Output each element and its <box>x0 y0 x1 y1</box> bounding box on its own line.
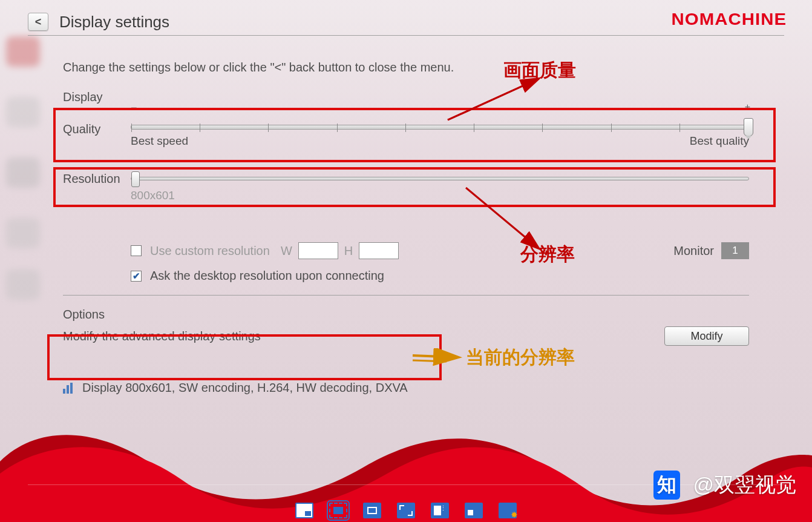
fullscreen-icon[interactable] <box>363 503 381 518</box>
resolution-slider[interactable] <box>131 177 749 180</box>
intro-text: Change the settings below or click the "… <box>63 61 749 74</box>
display-settings-icon[interactable] <box>499 503 517 518</box>
custom-resolution-label: Use custom resolution <box>150 244 270 258</box>
minus-icon: − <box>131 102 137 114</box>
resolution-label: Resolution <box>63 172 131 186</box>
quality-label: Quality <box>63 122 131 136</box>
zhihu-logo-icon: 知 <box>650 469 683 501</box>
chevron-left-icon: < <box>35 16 42 28</box>
background-blur <box>0 30 42 333</box>
ask-resolution-label: Ask the desktop resolution upon connecti… <box>150 269 384 283</box>
watermark: 知 @双翌视觉 <box>650 469 796 501</box>
modify-button[interactable]: Modify <box>664 326 749 346</box>
monitor-selector[interactable]: 1 <box>721 242 749 259</box>
options-text: Modify the advanced display settings <box>63 329 261 343</box>
resize-icon[interactable] <box>431 503 449 518</box>
options-section-label: Options <box>63 308 749 322</box>
quality-left-label: Best speed <box>131 134 188 148</box>
custom-resolution-checkbox[interactable] <box>131 245 142 256</box>
viewport-icon[interactable] <box>295 503 313 518</box>
resolution-slider-thumb[interactable] <box>131 171 140 187</box>
height-label: H <box>344 244 353 258</box>
fit-screen-icon[interactable] <box>329 503 347 518</box>
divider <box>63 295 749 296</box>
ask-resolution-checkbox[interactable] <box>131 271 142 282</box>
width-label: W <box>281 244 292 258</box>
monitor-label: Monitor <box>673 244 714 258</box>
back-button[interactable]: < <box>28 13 48 31</box>
resolution-value: 800x601 <box>131 189 175 202</box>
scale-icon[interactable] <box>465 503 483 518</box>
brand-logo: NOMACHINE <box>672 10 787 29</box>
quality-slider[interactable]: − + Best speed Best quality <box>131 113 749 130</box>
expand-icon[interactable] <box>397 503 415 518</box>
quality-right-label: Best quality <box>690 134 749 148</box>
quality-slider-thumb[interactable] <box>744 118 753 136</box>
watermark-text: @双翌视觉 <box>693 471 796 499</box>
divider <box>28 35 784 36</box>
page-title: Display settings <box>59 13 169 31</box>
plus-icon: + <box>745 102 750 113</box>
width-input[interactable] <box>298 242 338 259</box>
display-section-label: Display <box>63 90 749 104</box>
height-input[interactable] <box>359 242 399 259</box>
